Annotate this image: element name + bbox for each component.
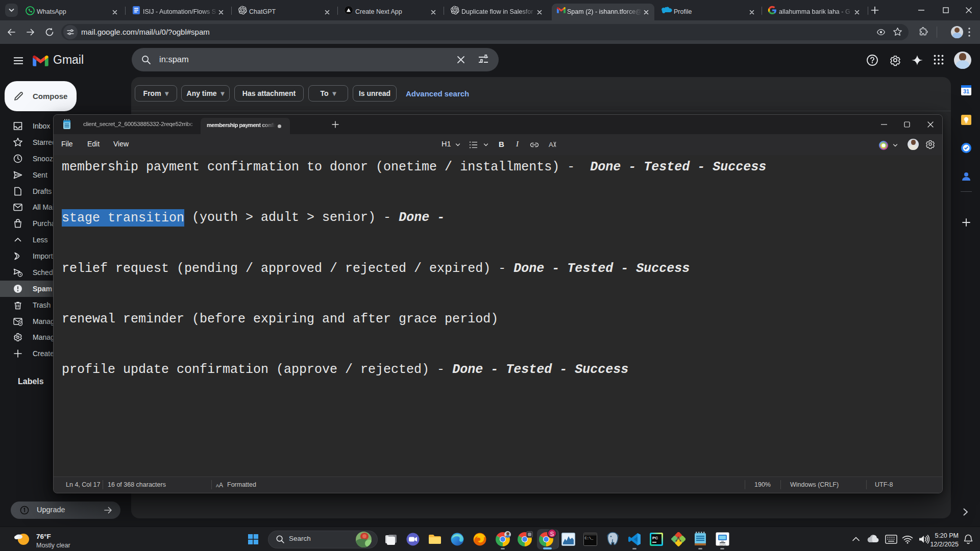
svg-text:31: 31 (963, 88, 969, 94)
svg-text:C:\_: C:\_ (585, 536, 594, 540)
svg-text:TaskPro: TaskPro (719, 544, 726, 546)
svg-text:A: A (549, 141, 553, 148)
svg-text:A: A (219, 482, 223, 488)
svg-text:PC: PC (652, 536, 658, 540)
